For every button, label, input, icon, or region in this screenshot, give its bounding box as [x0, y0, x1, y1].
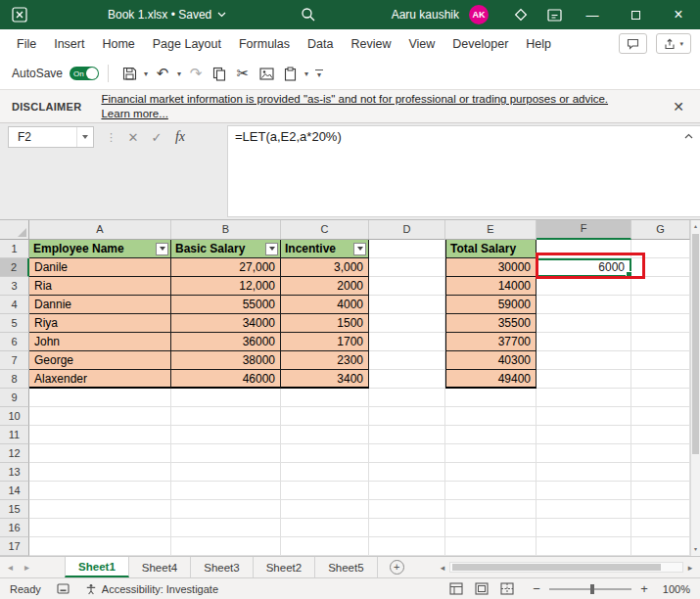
cell-a5[interactable]: Riya: [29, 314, 171, 333]
cell-e5[interactable]: 35500: [445, 314, 537, 333]
save-icon[interactable]: [117, 62, 141, 85]
cell-d10[interactable]: [369, 407, 445, 426]
sheet-tab-sheet3[interactable]: Sheet3: [191, 557, 253, 577]
cell-b17[interactable]: [171, 537, 281, 556]
filter-button-b1[interactable]: [265, 243, 278, 255]
cell-c15[interactable]: [281, 500, 369, 519]
cell-g1[interactable]: [631, 240, 690, 258]
cell-c13[interactable]: [281, 463, 369, 482]
cell-g3[interactable]: [631, 277, 690, 296]
column-header-c[interactable]: C: [281, 220, 369, 240]
cell-b6[interactable]: 36000: [171, 333, 281, 351]
zoom-in-button[interactable]: +: [639, 581, 649, 596]
cell-a11[interactable]: [29, 426, 171, 444]
cell-e11[interactable]: [445, 426, 537, 444]
cell-f4[interactable]: [537, 296, 631, 314]
tab-nav-left-icon[interactable]: ◂: [8, 562, 13, 573]
cell-b8[interactable]: 46000: [171, 370, 281, 389]
cell-a17[interactable]: [29, 537, 171, 556]
cell-c9[interactable]: [281, 389, 369, 407]
cell-f16[interactable]: [537, 519, 631, 537]
column-header-b[interactable]: B: [171, 220, 281, 240]
menu-tab-data[interactable]: Data: [299, 29, 342, 58]
cell-c12[interactable]: [281, 444, 369, 463]
cell-g10[interactable]: [631, 407, 690, 426]
cell-d17[interactable]: [369, 537, 445, 556]
cell-f13[interactable]: [537, 463, 631, 482]
cell-b4[interactable]: 55000: [171, 296, 281, 314]
cell-d8[interactable]: [369, 370, 445, 389]
cell-b16[interactable]: [171, 519, 281, 537]
accessibility-status[interactable]: Accessibility: Investigate: [102, 583, 218, 595]
cell-e13[interactable]: [445, 463, 537, 482]
cell-d1[interactable]: [369, 240, 445, 258]
close-button[interactable]: ×: [657, 0, 700, 29]
column-header-g[interactable]: G: [631, 220, 690, 240]
undo-dropdown-chevron-icon[interactable]: ▾: [174, 69, 184, 78]
cell-b9[interactable]: [171, 389, 281, 407]
cell-e2[interactable]: 30000: [445, 258, 537, 277]
menu-tab-file[interactable]: File: [8, 29, 45, 58]
cell-e8[interactable]: 49400: [445, 370, 537, 389]
row-header-11[interactable]: 11: [0, 426, 29, 444]
avatar[interactable]: AK: [469, 5, 489, 24]
cell-g15[interactable]: [631, 500, 690, 519]
save-dropdown-chevron-icon[interactable]: ▾: [141, 69, 151, 78]
scroll-right-icon[interactable]: ▸: [683, 563, 697, 573]
cell-d12[interactable]: [369, 444, 445, 463]
minimize-button[interactable]: —: [571, 0, 614, 29]
cell-f17[interactable]: [537, 537, 631, 556]
cell-c17[interactable]: [281, 537, 369, 556]
paste-dropdown-chevron-icon[interactable]: ▾: [302, 69, 311, 78]
filter-button-c1[interactable]: [353, 243, 366, 255]
cell-f14[interactable]: [537, 482, 631, 500]
cell-e9[interactable]: [445, 389, 537, 407]
cell-b10[interactable]: [171, 407, 281, 426]
cell-g5[interactable]: [631, 314, 690, 333]
cell-e12[interactable]: [445, 444, 537, 463]
cell-f5[interactable]: [537, 314, 631, 333]
cell-a15[interactable]: [29, 500, 171, 519]
cell-c2[interactable]: 3,000: [281, 258, 369, 277]
sheet-tab-sheet4[interactable]: Sheet4: [129, 557, 191, 577]
cell-g8[interactable]: [631, 370, 690, 389]
cell-e10[interactable]: [445, 407, 537, 426]
insert-function-icon[interactable]: fx: [169, 129, 191, 145]
cut-icon[interactable]: ✂: [231, 62, 255, 85]
row-header-14[interactable]: 14: [0, 482, 29, 500]
cell-b1[interactable]: Basic Salary: [171, 240, 281, 258]
enter-icon[interactable]: ✓: [146, 130, 167, 145]
row-header-4[interactable]: 4: [0, 296, 29, 314]
cell-a13[interactable]: [29, 463, 171, 482]
row-header-13[interactable]: 13: [0, 463, 29, 482]
sheet-tab-sheet1[interactable]: Sheet1: [65, 557, 129, 577]
cell-d2[interactable]: [369, 258, 445, 277]
cell-g4[interactable]: [631, 296, 690, 314]
cell-e1[interactable]: Total Salary: [445, 240, 537, 258]
comments-button[interactable]: [619, 33, 647, 54]
horizontal-scrollbar[interactable]: ◂ ▸: [436, 557, 700, 577]
row-header-15[interactable]: 15: [0, 500, 29, 519]
macro-record-icon[interactable]: [57, 583, 70, 594]
sheet-tab-sheet2[interactable]: Sheet2: [254, 557, 315, 577]
cell-c1[interactable]: Incentive: [281, 240, 369, 258]
cell-g14[interactable]: [631, 482, 690, 500]
cell-d9[interactable]: [369, 389, 445, 407]
cell-e14[interactable]: [445, 482, 537, 500]
present-window-icon[interactable]: [537, 0, 571, 29]
row-header-2[interactable]: 2: [0, 258, 29, 277]
cell-f12[interactable]: [537, 444, 631, 463]
cell-a1[interactable]: Employee Name: [29, 240, 171, 258]
picture-icon[interactable]: [255, 62, 278, 85]
cell-e4[interactable]: 59000: [445, 296, 537, 314]
name-box[interactable]: F2: [8, 126, 94, 148]
cell-c11[interactable]: [281, 426, 369, 444]
cell-f6[interactable]: [537, 333, 631, 351]
cell-d16[interactable]: [369, 519, 445, 537]
cell-a10[interactable]: [29, 407, 171, 426]
cell-d5[interactable]: [369, 314, 445, 333]
cell-f10[interactable]: [537, 407, 631, 426]
cell-f11[interactable]: [537, 426, 631, 444]
vertical-scrollbar-thumb[interactable]: [692, 234, 699, 454]
cell-c7[interactable]: 2300: [281, 351, 369, 370]
